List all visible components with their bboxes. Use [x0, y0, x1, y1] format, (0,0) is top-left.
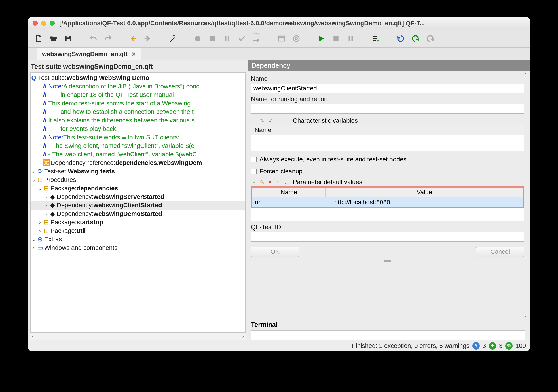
svg-rect-7: [225, 36, 227, 41]
param-table-blank[interactable]: [251, 208, 524, 221]
pause-button[interactable]: [344, 32, 357, 45]
param-cell-name[interactable]: url: [252, 197, 331, 207]
runlog-label: Name for run-log and report: [251, 95, 524, 103]
splitter-grip[interactable]: ══: [251, 257, 524, 265]
qfid-input[interactable]: [251, 232, 524, 242]
checkbox-icon[interactable]: [251, 157, 257, 162]
main-toolbar: http: [28, 29, 530, 48]
svg-rect-13: [349, 36, 350, 41]
runlog-input[interactable]: [251, 104, 524, 114]
param-highlight-box: NameValue urlhttp://localhost:8080: [251, 186, 524, 208]
edit-row-icon[interactable]: ✎: [259, 118, 265, 124]
play-button[interactable]: [315, 32, 327, 45]
new-file-button[interactable]: [33, 32, 45, 45]
checkbox-icon[interactable]: [251, 169, 257, 174]
target-button[interactable]: [290, 32, 303, 45]
delete-row-icon[interactable]: ✕: [267, 179, 273, 185]
forward-button[interactable]: [141, 32, 154, 45]
collapse-icon[interactable]: ⌄: [31, 235, 37, 244]
charvar-table[interactable]: Name: [251, 125, 524, 151]
tab-label: webswingSwingDemo_en.qft: [42, 50, 128, 58]
move-down-icon[interactable]: ↓: [283, 118, 289, 124]
expand-icon[interactable]: ›: [31, 244, 37, 252]
save-file-button[interactable]: [62, 32, 75, 45]
reload-ccw-button[interactable]: [394, 32, 407, 45]
expand-icon[interactable]: ›: [43, 210, 49, 218]
svg-point-2: [174, 35, 175, 36]
move-down-icon[interactable]: ↓: [283, 179, 289, 185]
svg-point-4: [173, 35, 174, 36]
param-row[interactable]: urlhttp://localhost:8080: [252, 197, 523, 207]
pause-record-button[interactable]: [221, 32, 233, 45]
close-tab-icon[interactable]: ✕: [131, 51, 136, 57]
status-plus: 3: [499, 342, 502, 350]
undo-button[interactable]: [87, 32, 100, 45]
status-bar: Finished: 1 exception, 0 errors, 5 warni…: [28, 340, 530, 351]
redo-button[interactable]: [102, 32, 114, 45]
tree-item-selected[interactable]: ›◆Dependency: webswingClientStarted: [31, 201, 245, 210]
record-button[interactable]: [191, 32, 204, 45]
stop-button[interactable]: [330, 32, 342, 45]
add-row-icon[interactable]: ＋: [251, 179, 257, 185]
terminal-box[interactable]: [251, 330, 525, 340]
expand-icon[interactable]: ›: [37, 218, 43, 227]
expand-icon[interactable]: ›: [43, 193, 49, 201]
dependency-ref-icon: 🔀: [43, 160, 49, 166]
wand-button[interactable]: [166, 32, 179, 45]
zoom-window-button[interactable]: [50, 21, 55, 26]
move-up-icon[interactable]: ↑: [275, 118, 281, 124]
http-button[interactable]: http: [250, 32, 263, 45]
move-up-icon[interactable]: ↑: [275, 179, 281, 185]
param-table[interactable]: NameValue urlhttp://localhost:8080: [252, 187, 523, 207]
param-cell-value[interactable]: http://localhost:8080: [331, 197, 523, 207]
ok-button[interactable]: OK: [251, 247, 299, 257]
svg-rect-14: [352, 36, 353, 41]
detail-pane: Dependency Name Name for run-log and rep…: [248, 60, 530, 340]
package-icon: ⊞: [43, 185, 49, 191]
window-button[interactable]: [275, 32, 288, 45]
collapse-icon[interactable]: ⌄: [37, 184, 43, 193]
svg-rect-1: [67, 39, 70, 41]
close-window-button[interactable]: [33, 21, 38, 26]
svg-rect-12: [333, 36, 339, 41]
reload-disabled-button[interactable]: [424, 32, 436, 45]
tab-file[interactable]: webswingSwingDemo_en.qft ✕: [37, 48, 141, 60]
tree-pane: Test-suite webswingSwingDemo_en.qft QTes…: [28, 60, 248, 340]
svg-point-11: [293, 36, 299, 41]
add-row-icon[interactable]: ＋: [251, 118, 257, 124]
back-button[interactable]: [127, 32, 139, 45]
check-button[interactable]: [236, 32, 248, 45]
svg-point-10: [295, 37, 297, 40]
windows-icon: ▭: [37, 245, 43, 251]
horizontal-scrollbar[interactable]: ‹›: [30, 333, 246, 340]
expand-icon[interactable]: ›: [43, 201, 49, 210]
delete-row-icon[interactable]: ✕: [267, 118, 273, 124]
qfid-label: QF-Test ID: [251, 223, 524, 231]
package-icon: ⊞: [43, 219, 49, 225]
param-toolbar: ＋ ✎ ✕ ↑ ↓ Parameter default values: [251, 178, 524, 186]
dependency-icon: ◆: [49, 194, 56, 200]
expand-icon[interactable]: ›: [31, 167, 37, 176]
collapse-icon[interactable]: ⌄: [31, 176, 37, 184]
status-text: Finished: 1 exception, 0 errors, 5 warni…: [352, 342, 470, 350]
charvar-col-name: Name: [251, 125, 524, 135]
forced-cleanup-row[interactable]: Forced cleanup: [251, 168, 524, 175]
edit-row-icon[interactable]: ✎: [259, 179, 265, 185]
stop-record-button[interactable]: [206, 32, 219, 45]
always-execute-row[interactable]: Always execute, even in test-suite and t…: [251, 156, 524, 163]
tree-container[interactable]: QTest-suite: Webswing WebSwing Demo // N…: [30, 72, 246, 333]
package-icon: ⊞: [43, 228, 49, 234]
name-input[interactable]: [251, 84, 524, 93]
vertical-scrollbar[interactable]: ⌃⌄: [524, 71, 529, 319]
expand-icon[interactable]: ›: [37, 227, 43, 235]
window-title: [/Applications/QF-Test 6.0.app/Contents/…: [59, 20, 525, 27]
param-col-name: Name: [252, 188, 326, 197]
reload-cw-button[interactable]: [409, 32, 422, 45]
package-icon: ⊞: [37, 177, 43, 183]
minimize-window-button[interactable]: [41, 21, 46, 26]
list-check-button[interactable]: [369, 32, 382, 45]
cancel-button[interactable]: Cancel: [476, 247, 524, 257]
open-file-button[interactable]: [47, 32, 60, 45]
scroll-down-icon: ⌄: [524, 312, 529, 318]
scroll-left-icon: ‹: [32, 334, 33, 339]
